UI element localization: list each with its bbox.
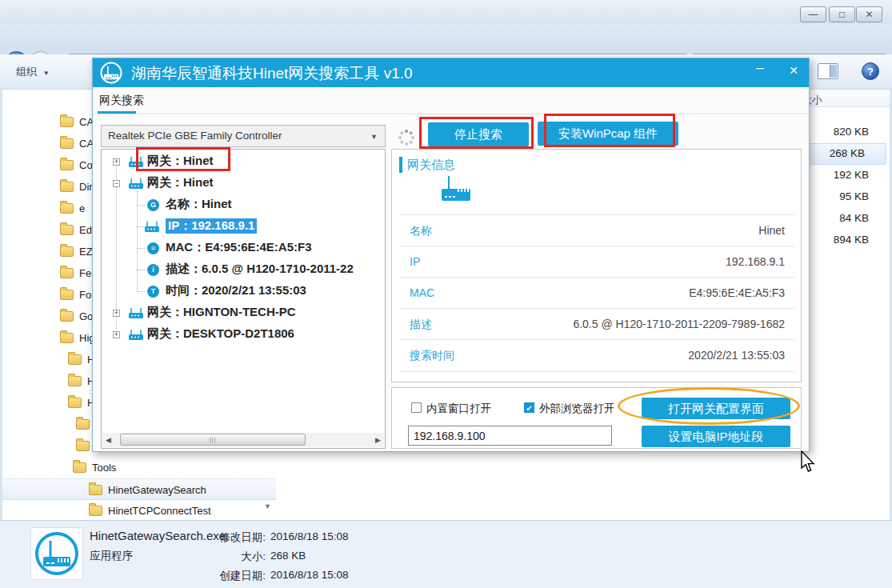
tree-item-ip[interactable]: IP：192.168.9.1 (102, 216, 385, 238)
tree-connector (137, 248, 145, 249)
dialog-close-button[interactable]: ✕ (784, 64, 803, 77)
collapse-icon[interactable]: − (113, 180, 120, 187)
external-browser-label: 外部浏览器打开 (539, 402, 614, 416)
expand-icon[interactable]: + (113, 158, 120, 166)
folder-icon (60, 160, 74, 170)
info-value: E4:95:6E:4E:A5:F3 (689, 286, 785, 299)
modified-label: 修改日期: (192, 530, 266, 545)
folder-icon (60, 246, 74, 257)
annotation-red-box (419, 117, 534, 149)
tree-item-time[interactable]: 时间：2020/2/21 13:55:03 (102, 281, 385, 302)
info-pin-icon (147, 264, 159, 276)
adapter-select[interactable]: Realtek PCIe GBE Family Controller ▼ (101, 125, 386, 147)
expand-icon[interactable]: + (113, 331, 120, 338)
window-titlebar: — □ ✕ (0, 0, 892, 24)
dialog-minimize-button[interactable]: – (750, 60, 770, 76)
maximize-button[interactable]: □ (829, 6, 855, 22)
help-button[interactable]: ? (862, 62, 879, 80)
annotation-red-box (544, 114, 675, 147)
header-accent-bar (399, 157, 402, 173)
gateway-info-panel: 网关信息 名称 Hinet IP 192.168.9.1 (391, 149, 802, 382)
scroll-right-icon[interactable]: ▶ (375, 436, 381, 444)
folder-icon (68, 376, 82, 386)
tree-item-label: MAC：E4:95:6E:4E:A5:F3 (166, 240, 312, 255)
folder-icon (73, 462, 86, 473)
tree-connector (137, 291, 145, 292)
external-browser-checkbox[interactable]: ✔ (524, 402, 534, 413)
builtin-window-checkbox[interactable] (411, 402, 422, 413)
info-row-mac: MAC E4:95:6E:4E:A5:F3 (400, 277, 794, 308)
tree-item-gateway[interactable]: + 网关：DESKTOP-D2T1806 (102, 324, 385, 346)
created-label: 创建日期: (192, 569, 266, 583)
info-label: 搜索时间 (410, 349, 454, 363)
tree-item-label: 名称：Hinet (166, 197, 232, 212)
folder-icon (60, 333, 74, 343)
created-value: 2016/8/18 15:08 (270, 569, 349, 581)
ip-address-input[interactable] (408, 426, 612, 446)
expand-icon[interactable]: + (113, 310, 120, 317)
info-header: 网关信息 (407, 158, 455, 173)
folder-icon (60, 268, 74, 278)
dialog-tabbar: 网关搜索 (93, 87, 809, 114)
tab-gateway-search[interactable]: 网关搜索 (99, 94, 144, 108)
annotation-orange-ellipse (618, 387, 800, 425)
router-logo-icon (99, 61, 123, 88)
info-row-description: 描述 6.0.5 @ H120-1710-2011-2209-7989-1682 (400, 308, 794, 339)
nav-item-label: HinetGatewaySearch (108, 484, 206, 496)
router-logo-icon (34, 530, 80, 577)
tree-item-name[interactable]: 名称：Hinet (102, 194, 385, 216)
scrollbar-thumb[interactable]: ||| (120, 434, 306, 446)
minimize-button[interactable]: — (800, 6, 826, 22)
dialog-titlebar: 湖南华辰智通科技Hinet网关搜索工具 v1.0 – ✕ (93, 58, 809, 87)
adapter-select-value: Realtek PCIe GBE Family Controller (108, 130, 282, 142)
tree-item-label: 网关：Hinet (147, 175, 214, 190)
info-value: 192.168.9.1 (726, 255, 785, 268)
mac-pin-icon (147, 242, 159, 254)
nav-item-hinetgatewaysearch[interactable]: HinetGatewaySearch (2, 478, 276, 500)
dialog-title: 湖南华辰智通科技Hinet网关搜索工具 v1.0 (131, 63, 413, 84)
search-spinner-icon (398, 129, 415, 150)
nav-item-label: e (79, 202, 85, 214)
folder-icon (60, 182, 74, 192)
organize-label: 组织 (16, 66, 37, 78)
nav-item-label: Co (79, 159, 93, 171)
folder-icon (76, 441, 90, 451)
nav-item-hinettcpconnecttest[interactable]: HinetTCPConnectTest (2, 500, 276, 520)
info-value: 2020/2/21 13:55:03 (688, 349, 785, 362)
info-label: 名称 (410, 224, 432, 238)
folder-icon (60, 138, 74, 149)
info-value: Hinet (758, 224, 785, 237)
folder-icon (68, 398, 82, 408)
tree-item-gateway[interactable]: − 网关：Hinet (102, 173, 385, 194)
nav-item-label: Ed (79, 224, 92, 236)
preview-pane-button[interactable] (818, 63, 838, 79)
horizontal-scrollbar[interactable]: ◀ ||| ▶ (102, 433, 384, 447)
tree-item-gateway[interactable]: + 网关：HIGNTON-TECH-PC (102, 302, 385, 324)
info-label: MAC (410, 286, 434, 299)
close-button[interactable]: ✕ (856, 6, 882, 22)
size-label: 大小: (192, 550, 266, 564)
router-icon (438, 174, 474, 206)
mouse-cursor (800, 450, 816, 477)
info-row-search-time: 搜索时间 2020/2/21 13:55:03 (400, 339, 794, 370)
nav-item-tools[interactable]: Tools (2, 457, 276, 478)
tree-item-label-selected: IP：192.168.9.1 (166, 218, 257, 234)
tree-item-label: 网关：DESKTOP-D2T1806 (147, 326, 294, 342)
set-pc-ip-button[interactable]: 设置电脑IP地址段 (642, 426, 790, 447)
scroll-down-icon[interactable]: ▼ (264, 502, 271, 510)
tree-item-mac[interactable]: MAC：E4:95:6E:4E:A5:F3 (102, 238, 385, 259)
router-icon (144, 221, 160, 235)
address-bar-row: ← → ▼ « Hignton ▶ Hinode设备管理客户端 ▶ Tools … (0, 24, 892, 54)
folder-icon (68, 354, 82, 365)
tree-item-label: 时间：2020/2/21 13:55:03 (166, 283, 306, 298)
builtin-window-label: 内置窗口打开 (426, 402, 491, 416)
file-icon-box (30, 527, 83, 580)
folder-icon (60, 290, 74, 300)
router-icon (128, 307, 144, 322)
folder-icon (76, 419, 90, 430)
name-pin-icon (147, 199, 159, 211)
organize-button[interactable]: 组织 ▼ (16, 65, 50, 79)
details-filetype: 应用程序 (90, 549, 133, 563)
scroll-left-icon[interactable]: ◀ (106, 436, 111, 444)
tree-item-description[interactable]: 描述：6.0.5 @ H120-1710-2011-22 (102, 259, 385, 281)
